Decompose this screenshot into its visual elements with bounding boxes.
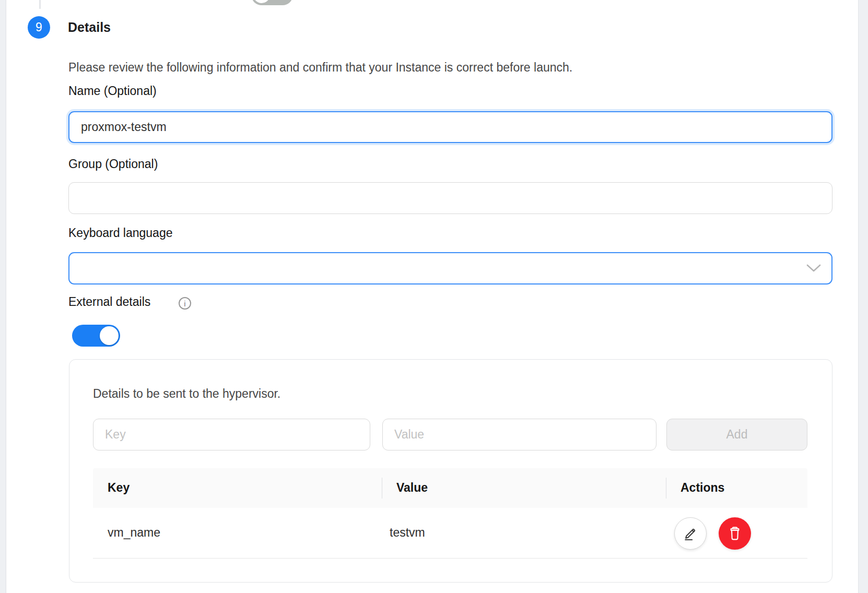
row-key-cell: vm_name: [108, 526, 160, 540]
edit-row-button[interactable]: [674, 517, 707, 550]
delete-row-button[interactable]: [719, 517, 751, 550]
external-details-toggle[interactable]: [72, 325, 120, 347]
add-button-label: Add: [726, 428, 748, 442]
table-header-actions: Actions: [681, 481, 724, 495]
pencil-icon: [683, 526, 698, 541]
step-number-badge: 9: [28, 16, 50, 39]
column-divider: [666, 478, 666, 499]
column-divider: [382, 478, 382, 499]
hypervisor-description: Details to be sent to the hypervisor.: [93, 387, 280, 401]
group-label: Group (Optional): [68, 157, 158, 171]
add-button[interactable]: Add: [666, 419, 807, 450]
table-header-key: Key: [108, 481, 130, 495]
table-header-value: Value: [396, 481, 428, 495]
key-input[interactable]: [93, 419, 370, 450]
keyboard-language-select[interactable]: [68, 252, 832, 284]
step-number: 9: [36, 20, 42, 34]
name-label: Name (Optional): [68, 84, 157, 98]
toggle-knob: [100, 326, 119, 345]
info-icon-glyph: i: [184, 299, 185, 308]
name-input[interactable]: [68, 111, 832, 143]
table-header-row: Key Value Actions: [93, 468, 807, 508]
section-description: Please review the following information …: [68, 61, 572, 75]
info-icon[interactable]: i: [179, 297, 191, 310]
keyboard-language-label: Keyboard language: [68, 226, 173, 240]
group-input[interactable]: [68, 182, 832, 214]
toggle-knob: [253, 0, 270, 3]
chevron-down-icon: [806, 264, 821, 272]
value-input[interactable]: [382, 419, 656, 450]
external-details-label: External details: [68, 295, 150, 309]
trash-icon: [727, 526, 743, 541]
row-value-cell: testvm: [390, 526, 425, 540]
section-title: Details: [68, 20, 111, 35]
stepper-connector-line: [39, 0, 41, 9]
